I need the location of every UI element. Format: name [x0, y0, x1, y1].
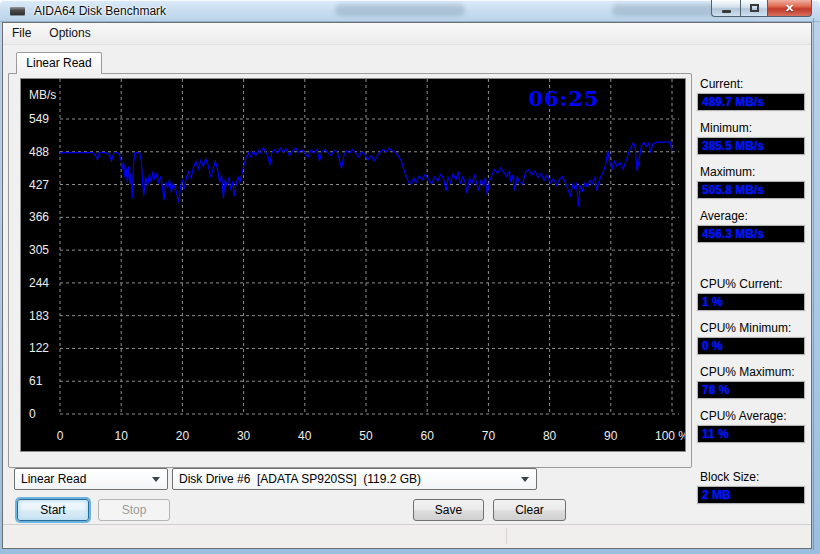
titlebar[interactable]: AIDA64 Disk Benchmark ✕ [0, 0, 820, 22]
x-tick-label: 30 [237, 429, 251, 443]
statusbar-separator [506, 528, 507, 544]
y-tick-label: 61 [29, 374, 43, 388]
tab-linear-read[interactable]: Linear Read [16, 52, 102, 74]
stat-label-cpu-minimum: CPU% Minimum: [697, 321, 807, 335]
minimize-icon [722, 10, 731, 13]
y-axis-unit-label: MB/s [29, 88, 56, 102]
x-tick-label: 20 [176, 429, 190, 443]
stat-value-cpu-average: 11 % [697, 425, 805, 443]
stat-label-cpu-maximum: CPU% Maximum: [697, 365, 807, 379]
y-tick-label: 366 [29, 210, 49, 224]
close-icon: ✕ [785, 1, 794, 16]
stat-value-current: 489.7 MB/s [697, 93, 805, 111]
stat-label-maximum: Maximum: [697, 165, 807, 179]
elapsed-time: 06:25 [528, 86, 599, 111]
stop-button[interactable]: Stop [98, 499, 170, 521]
stat-label-cpu-average: CPU% Average: [697, 409, 807, 423]
maximize-button[interactable] [740, 0, 767, 17]
close-button[interactable]: ✕ [767, 0, 812, 17]
y-tick-label: 0 [29, 407, 36, 421]
chevron-down-icon [521, 477, 529, 482]
stat-label-block-size: Block Size: [697, 470, 807, 484]
caption-buttons: ✕ [711, 0, 812, 17]
drive-select[interactable]: Disk Drive #6 [ADATA SP920SS] (119.2 GB) [172, 468, 537, 490]
window-title: AIDA64 Disk Benchmark [34, 4, 166, 18]
y-tick-label: 488 [29, 145, 49, 159]
menu-file[interactable]: File [3, 23, 40, 44]
y-tick-label: 427 [29, 178, 49, 192]
x-tick-label: 80 [543, 429, 557, 443]
menu-options[interactable]: Options [40, 23, 99, 44]
x-tick-label: 70 [482, 429, 496, 443]
desktop-background: AIDA64 Disk Benchmark ✕ File Options Lin… [0, 0, 820, 554]
x-tick-label: 50 [359, 429, 373, 443]
y-tick-label: 122 [29, 341, 49, 355]
save-button[interactable]: Save [413, 499, 484, 521]
menubar: File Options [3, 23, 811, 45]
benchmark-chart-svg: 0102030405060708090100 %0611221832443053… [21, 79, 685, 451]
x-tick-label: 40 [298, 429, 312, 443]
chevron-down-icon [152, 477, 160, 482]
minimize-button[interactable] [711, 0, 740, 17]
y-tick-label: 305 [29, 243, 49, 257]
window-frame: File Options Linear Read 010203040506070… [2, 22, 812, 549]
stat-label-cpu-current: CPU% Current: [697, 277, 807, 291]
stat-label-minimum: Minimum: [697, 121, 807, 135]
x-tick-label: 0 [57, 429, 64, 443]
stat-value-maximum: 505.8 MB/s [697, 181, 805, 199]
maximize-icon [750, 4, 759, 12]
y-tick-label: 183 [29, 309, 49, 323]
app-icon [10, 6, 26, 16]
stat-value-cpu-maximum: 78 % [697, 381, 805, 399]
stat-value-average: 456.3 MB/s [697, 225, 805, 243]
statusbar [3, 524, 811, 547]
x-tick-label: 90 [604, 429, 618, 443]
y-tick-label: 244 [29, 276, 49, 290]
benchmark-chart: 0102030405060708090100 %0611221832443053… [20, 78, 686, 452]
stat-label-average: Average: [697, 209, 807, 223]
x-tick-label: 10 [115, 429, 129, 443]
stat-value-cpu-minimum: 0 % [697, 337, 805, 355]
stat-label-current: Current: [697, 77, 807, 91]
stat-value-minimum: 385.5 MB/s [697, 137, 805, 155]
glass-reflection [335, 4, 465, 16]
x-tick-label: 100 % [655, 429, 685, 443]
drive-select-value: Disk Drive #6 [ADATA SP920SS] (119.2 GB) [173, 472, 521, 486]
test-type-select[interactable]: Linear Read [14, 468, 168, 490]
start-button[interactable]: Start [17, 499, 89, 521]
x-tick-label: 60 [421, 429, 435, 443]
stat-value-block-size: 2 MB [697, 486, 805, 504]
test-type-value: Linear Read [15, 472, 152, 486]
clear-button[interactable]: Clear [493, 499, 566, 521]
y-tick-label: 549 [29, 112, 49, 126]
stat-value-cpu-current: 1 % [697, 293, 805, 311]
